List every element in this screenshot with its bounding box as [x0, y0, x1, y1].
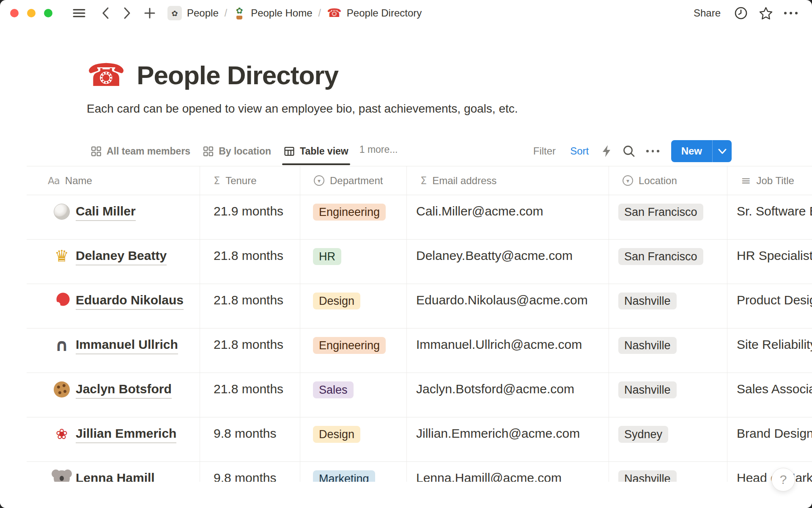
name-cell[interactable]: Cali Miller: [27, 195, 200, 239]
column-label: Job Title: [756, 175, 794, 187]
gallery-view-icon: [91, 146, 102, 157]
column-label: Department: [330, 175, 383, 187]
job-title-cell[interactable]: HR Specialist: [727, 240, 812, 284]
table-view-icon: [284, 146, 295, 157]
email-cell[interactable]: Delaney.Beatty@acme.com: [407, 240, 609, 284]
plus-icon: [144, 7, 156, 19]
view-options-button[interactable]: [643, 146, 663, 156]
column-header-location[interactable]: Location: [609, 166, 727, 195]
column-header-job-title[interactable]: Job Title: [727, 166, 812, 195]
email-cell[interactable]: Cali.Miller@acme.com: [407, 195, 609, 239]
tab-label: Table view: [300, 146, 348, 157]
email-cell[interactable]: Jillian.Emmerich@acme.com: [407, 417, 609, 461]
table-row: Jillian Emmerich 9.8 months Design Jilli…: [27, 417, 812, 462]
filter-button[interactable]: Filter: [528, 142, 561, 160]
new-page-button[interactable]: [141, 5, 158, 22]
page-icon-red-telephone[interactable]: [87, 59, 126, 91]
name-cell[interactable]: Jillian Emmerich: [27, 417, 200, 461]
job-title-cell[interactable]: Sales Associate: [727, 373, 812, 417]
job-title-cell[interactable]: Sr. Software Engineer: [727, 195, 812, 239]
share-button[interactable]: Share: [689, 5, 726, 22]
person-name-link[interactable]: Eduardo Nikolaus: [76, 293, 184, 310]
automations-button[interactable]: [598, 141, 615, 161]
department-cell[interactable]: Design: [300, 284, 407, 328]
name-cell[interactable]: Jaclyn Botsford: [27, 373, 200, 417]
chevron-right-icon: [123, 7, 131, 19]
new-record-dropdown-button[interactable]: [712, 140, 732, 162]
location-tag: Nashville: [618, 337, 677, 354]
multiline-text-property-icon: [741, 174, 751, 188]
workspace-icon: [167, 6, 182, 20]
breadcrumb-label: People Directory: [347, 7, 422, 19]
table-header-row: Name Tenure Department Email address Loc…: [27, 166, 812, 195]
tenure-cell[interactable]: 21.8 months: [200, 329, 300, 373]
location-cell[interactable]: San Francisco: [609, 195, 727, 239]
close-window-button[interactable]: [10, 9, 19, 17]
column-header-tenure[interactable]: Tenure: [200, 166, 300, 195]
tenure-cell[interactable]: 21.8 months: [200, 284, 300, 328]
search-in-view-button[interactable]: [619, 141, 639, 161]
tenure-cell[interactable]: 21.8 months: [200, 373, 300, 417]
rose-emoji-avatar: [54, 426, 70, 442]
location-cell[interactable]: Sydney: [609, 417, 727, 461]
location-cell[interactable]: Nashville: [609, 329, 727, 373]
volleyball-emoji-avatar: [54, 204, 70, 220]
email-cell[interactable]: Jaclyn.Botsford@acme.com: [407, 373, 609, 417]
tenure-cell[interactable]: 21.8 months: [200, 240, 300, 284]
column-header-department[interactable]: Department: [300, 166, 407, 195]
ellipsis-icon: [646, 150, 659, 152]
department-cell[interactable]: HR: [300, 240, 407, 284]
help-button[interactable]: ?: [771, 468, 795, 491]
forward-button[interactable]: [120, 4, 134, 22]
location-cell[interactable]: Nashville: [609, 373, 727, 417]
star-icon: [759, 6, 773, 20]
email-cell[interactable]: Immanuel.Ullrich@acme.com: [407, 329, 609, 373]
tab-by-location[interactable]: By location: [199, 140, 275, 160]
favorite-button[interactable]: [756, 4, 776, 22]
column-header-email[interactable]: Email address: [407, 166, 609, 195]
breadcrumb-separator: /: [225, 8, 227, 19]
job-title-cell[interactable]: Brand Designer: [727, 417, 812, 461]
minimize-window-button[interactable]: [27, 9, 36, 17]
location-cell[interactable]: San Francisco: [609, 240, 727, 284]
job-title-cell[interactable]: Product Designer: [727, 284, 812, 328]
department-cell[interactable]: Engineering: [300, 329, 407, 373]
breadcrumb-people-home[interactable]: People Home: [230, 5, 315, 21]
bottom-edge-cover: [0, 482, 812, 508]
department-tag: HR: [313, 248, 341, 265]
job-title-cell[interactable]: Site Reliability Engineer: [727, 329, 812, 373]
text-property-icon: [48, 175, 60, 186]
back-button[interactable]: [99, 4, 112, 22]
person-name-link[interactable]: Jaclyn Botsford: [76, 381, 172, 399]
department-cell[interactable]: Sales: [300, 373, 407, 417]
formula-property-icon: [214, 175, 220, 187]
tab-all-team-members[interactable]: All team members: [87, 140, 195, 160]
lightning-bolt-icon: [601, 145, 612, 157]
email-cell[interactable]: Eduardo.Nikolaus@acme.com: [407, 284, 609, 328]
name-cell[interactable]: Delaney Beatty: [27, 240, 200, 284]
page-options-button[interactable]: [782, 9, 800, 17]
sidebar-toggle-button[interactable]: [70, 6, 88, 21]
location-cell[interactable]: Nashville: [609, 284, 727, 328]
more-views-button[interactable]: 1 more...: [353, 140, 401, 155]
tab-table-view[interactable]: Table view: [280, 140, 353, 160]
headphones-emoji-avatar: [54, 337, 70, 353]
department-cell[interactable]: Engineering: [300, 195, 407, 239]
zoom-window-button[interactable]: [44, 9, 52, 17]
new-record-button[interactable]: New: [671, 140, 712, 162]
department-cell[interactable]: Design: [300, 417, 407, 461]
person-name-link[interactable]: Jillian Emmerich: [76, 426, 176, 443]
column-header-name[interactable]: Name: [27, 166, 200, 195]
person-name-link[interactable]: Delaney Beatty: [76, 248, 167, 265]
name-cell[interactable]: Eduardo Nikolaus: [27, 284, 200, 328]
tenure-cell[interactable]: 21.9 months: [200, 195, 300, 239]
person-name-link[interactable]: Immanuel Ullrich: [76, 337, 178, 354]
recent-pages-button[interactable]: [732, 4, 750, 22]
person-name-link[interactable]: Cali Miller: [76, 204, 136, 221]
name-cell[interactable]: Immanuel Ullrich: [27, 329, 200, 373]
breadcrumb-workspace[interactable]: People: [164, 4, 222, 22]
sort-button[interactable]: Sort: [565, 142, 594, 160]
page-header: People Directory Each card can be opened…: [0, 26, 812, 116]
breadcrumb-people-directory[interactable]: People Directory: [324, 6, 425, 21]
tenure-cell[interactable]: 9.8 months: [200, 417, 300, 461]
